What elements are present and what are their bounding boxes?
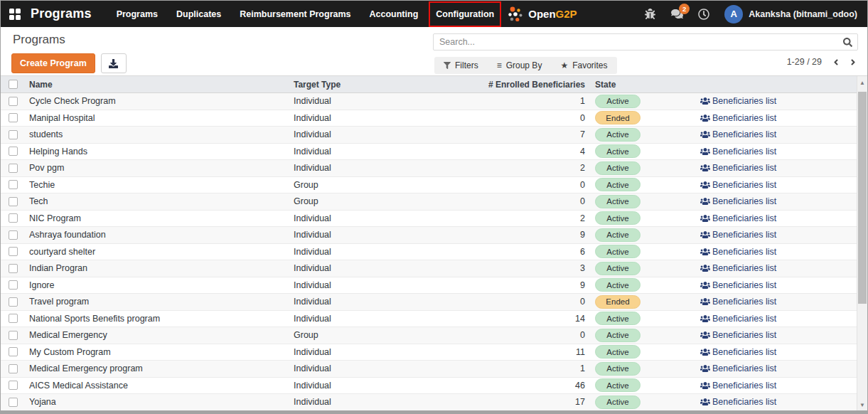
pager-next-icon[interactable] [850,58,856,67]
breadcrumb[interactable]: Programs [13,33,65,47]
beneficiaries-list-link[interactable]: Beneficiaries list [700,381,776,391]
row-checkbox[interactable] [9,280,18,290]
enrolled-count: 0 [404,177,592,193]
target-type: Individual [291,160,404,176]
target-type: Individual [291,311,404,327]
nav-menu-item-accounting[interactable]: Accounting [360,1,428,27]
beneficiaries-list-link[interactable]: Beneficiaries list [700,230,776,240]
table-row[interactable]: Ashraya foundation Individual 9 Active B… [1,227,867,244]
messages-icon[interactable]: 2 [670,8,683,21]
table-row[interactable]: AICS Medical Assistance Individual 46 Ac… [1,378,867,395]
beneficiaries-list-link[interactable]: Beneficiaries list [700,314,776,324]
beneficiaries-list-link[interactable]: Beneficiaries list [700,163,776,173]
table-row[interactable]: Manipal Hospital Individual 0 Ended Bene… [1,110,867,127]
row-checkbox[interactable] [9,130,18,139]
beneficiaries-list-link[interactable]: Beneficiaries list [700,213,776,223]
table-row[interactable]: Pov pgm Individual 2 Active Beneficiarie… [1,160,867,177]
row-checkbox[interactable] [9,147,18,156]
table-row[interactable]: Indian Progran Individual 3 Active Benef… [1,260,867,277]
users-icon [700,381,710,390]
beneficiaries-list-link[interactable]: Beneficiaries list [700,263,776,273]
beneficiaries-list-link[interactable]: Beneficiaries list [700,363,776,373]
column-header-name[interactable]: Name [25,76,291,92]
debug-bug-icon[interactable] [643,8,656,21]
scroll-down-icon[interactable]: ▼ [857,400,867,410]
beneficiaries-list-link[interactable]: Beneficiaries list [700,247,776,257]
scrollbar-thumb[interactable] [858,92,867,304]
favorites-button[interactable]: ★ Favorites [551,57,616,74]
row-checkbox[interactable] [9,180,18,189]
row-checkbox[interactable] [9,364,18,373]
pager-prev-icon[interactable] [833,58,839,67]
row-checkbox[interactable] [9,331,18,340]
program-name: Manipal Hospital [25,110,291,127]
table-row[interactable]: students Individual 7 Active Beneficiari… [1,127,867,144]
beneficiaries-list-link[interactable]: Beneficiaries list [700,113,776,123]
row-checkbox[interactable] [9,314,18,323]
table-row[interactable]: Techie Group 0 Active Beneficiaries list [1,177,867,194]
table-row[interactable]: Travel program Individual 0 Ended Benefi… [1,294,867,311]
beneficiaries-list-link[interactable]: Beneficiaries list [700,347,776,357]
vertical-scrollbar[interactable]: ▲ ▼ [857,76,867,411]
beneficiaries-list-link[interactable]: Beneficiaries list [700,147,776,156]
row-checkbox[interactable] [9,247,18,256]
row-checkbox[interactable] [9,197,18,206]
search-icon[interactable] [837,34,857,50]
beneficiaries-list-link[interactable]: Beneficiaries list [700,397,776,407]
row-checkbox[interactable] [9,113,18,122]
beneficiaries-list-link[interactable]: Beneficiaries list [700,96,776,106]
filters-button[interactable]: Filters [434,57,488,74]
enrolled-count: 14 [404,311,592,327]
table-row[interactable]: National Sports Benefits program Individ… [1,311,867,328]
row-checkbox[interactable] [9,381,18,390]
nav-menu-item-reimbursement-programs[interactable]: Reimbursement Programs [230,1,360,27]
beneficiaries-list-link[interactable]: Beneficiaries list [700,196,776,206]
row-checkbox[interactable] [9,230,18,240]
table-row[interactable]: Medical Emergency Group 0 Active Benefic… [1,327,867,344]
table-row[interactable]: NIC Program Individual 2 Active Benefici… [1,211,867,228]
table-row[interactable]: Cycle Check Program Individual 1 Active … [1,93,867,110]
nav-menu-item-duplicates[interactable]: Duplicates [167,1,230,27]
row-checkbox[interactable] [9,398,18,407]
scroll-up-icon[interactable]: ▲ [857,78,867,87]
column-header-state[interactable]: State [592,76,693,92]
group-by-button[interactable]: ≡ Group By [488,57,552,74]
target-type: Individual [291,127,404,143]
select-all-checkbox[interactable] [9,80,18,89]
row-checkbox[interactable] [9,264,18,273]
beneficiaries-list-link[interactable]: Beneficiaries list [700,297,776,307]
export-button[interactable] [101,53,127,73]
user-menu[interactable]: A Akanksha (bitnami_odoo) [724,5,857,23]
column-header-enrolled[interactable]: # Enrolled Beneficiaries [404,76,592,92]
nav-menu-item-programs[interactable]: Programs [107,1,167,27]
apps-menu-icon[interactable] [9,9,21,20]
users-icon [700,314,710,323]
create-program-button[interactable]: Create Program [11,53,95,73]
table-row[interactable]: courtyard shelter Individual 6 Active Be… [1,244,867,261]
column-header-target-type[interactable]: Target Type [291,76,404,92]
row-checkbox[interactable] [9,213,18,223]
row-checkbox[interactable] [9,97,18,106]
table-row[interactable]: Helping Hands Individual 4 Active Benefi… [1,144,867,161]
beneficiaries-list-link[interactable]: Beneficiaries list [700,330,776,340]
search-input[interactable] [434,34,837,50]
users-icon [700,331,710,339]
row-checkbox[interactable] [9,164,18,173]
table-row[interactable]: Medical Emergency program Individual 1 A… [1,361,867,378]
table-row[interactable]: My Custom Program Individual 11 Active B… [1,344,867,361]
target-type: Individual [291,110,404,127]
state-badge: Active [595,312,641,325]
pager: 1-29 / 29 [787,57,856,67]
table-row[interactable]: Ignore Individual 9 Active Beneficiaries… [1,277,867,294]
nav-menu-item-configuration[interactable]: Configuration [429,1,501,27]
beneficiaries-list-link[interactable]: Beneficiaries list [700,129,776,139]
table-row[interactable]: Tech Group 0 Active Beneficiaries list [1,193,867,211]
target-type: Individual [291,244,404,260]
table-row[interactable]: Yojana Individual 17 Active Beneficiarie… [1,394,867,411]
beneficiaries-list-label: Beneficiaries list [712,96,776,106]
row-checkbox[interactable] [9,347,18,356]
beneficiaries-list-link[interactable]: Beneficiaries list [700,280,776,290]
beneficiaries-list-link[interactable]: Beneficiaries list [700,180,776,190]
row-checkbox[interactable] [9,297,18,307]
activities-clock-icon[interactable] [697,8,710,21]
